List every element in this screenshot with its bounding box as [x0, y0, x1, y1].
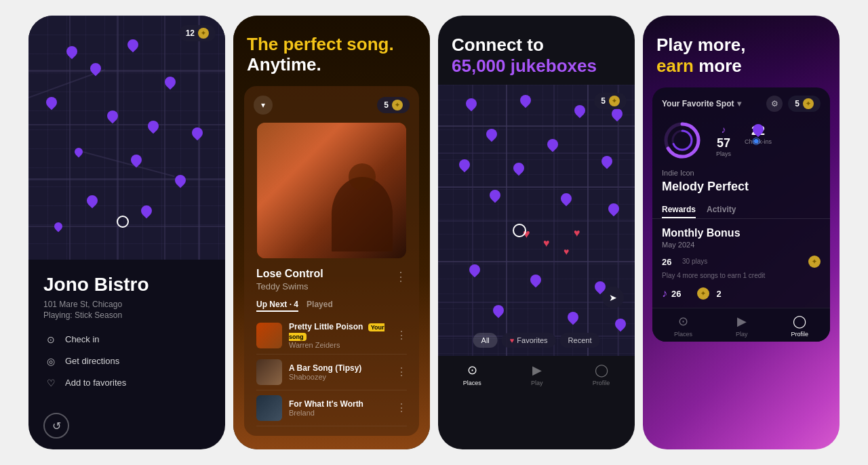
headline: Play more, earn more — [656, 35, 826, 77]
jukebox-pin[interactable] — [458, 159, 471, 174]
map-pin[interactable] — [147, 121, 159, 136]
rewards-tab[interactable]: Rewards — [662, 202, 696, 218]
map-pin[interactable] — [52, 222, 64, 237]
headline-earn: earn — [656, 56, 694, 76]
queue-item: For What It's Worth Breland ⋮ — [256, 390, 407, 426]
location-selector[interactable]: Your Favorite Spot ▾ — [662, 99, 741, 108]
jukebox-pin[interactable] — [608, 203, 620, 218]
favorite-pin[interactable]: ♥ — [543, 237, 550, 249]
card-bottom-nav: ⊙ Places ▶ Play ◯ Profile — [652, 308, 830, 342]
map-pin[interactable] — [66, 46, 78, 61]
nav-play[interactable]: ▶ Play — [531, 363, 543, 386]
map-view[interactable]: 12 ✦ — [28, 16, 225, 260]
jukebox-pin[interactable] — [614, 319, 627, 333]
up-next-tab[interactable]: Up Next · 4 — [256, 300, 298, 312]
played-tab[interactable]: Played — [307, 300, 333, 312]
current-location-pin — [117, 216, 129, 230]
queue-item-options[interactable]: ⋮ — [396, 401, 407, 414]
card-tabs: Rewards Activity — [652, 202, 830, 219]
checkins-stat: ◉ 22 Check-ins — [745, 124, 772, 157]
jukebox-pin[interactable] — [547, 139, 559, 154]
music-note-icon: ♪ — [722, 124, 726, 135]
map-pin[interactable] — [191, 127, 203, 142]
checkin-action[interactable]: ⊙ Check in — [43, 332, 210, 347]
map-pin[interactable] — [130, 155, 142, 169]
bonus-secondary-row: ♪ 26 ✦ 2 — [662, 287, 821, 300]
jukebox-pin[interactable] — [513, 163, 525, 178]
filter-all[interactable]: All — [473, 333, 498, 348]
favorite-pin[interactable]: ♥ — [574, 227, 580, 239]
jukebox-pin[interactable] — [519, 95, 532, 110]
map-badges: 5 ✦ — [594, 93, 627, 109]
queue-track-artist: Warren Zeiders — [289, 341, 389, 349]
credits-value: 5 — [601, 96, 606, 106]
nav-places[interactable]: ⊙ Places — [463, 363, 481, 386]
road — [438, 153, 635, 154]
map-pin[interactable] — [106, 110, 119, 125]
song-artist: Teddy Swims — [256, 281, 323, 291]
map-pin[interactable] — [90, 63, 102, 78]
jukebox-pin[interactable] — [560, 193, 572, 208]
plays-count: 57 — [717, 136, 730, 150]
screenshots-container: 12 ✦ Jono Bistro 101 Mare St, Chicago Pl… — [0, 0, 868, 465]
favorite-pin[interactable]: ♥ — [564, 246, 569, 257]
bonus-music-item: ♪ 26 — [662, 287, 681, 300]
queue-track-info: A Bar Song (Tipsy) Shaboozey — [289, 363, 389, 381]
jukebox-pin[interactable] — [530, 275, 542, 289]
credits-badge: 5 ✦ — [377, 97, 410, 113]
checkin-icon: ⊙ — [43, 332, 58, 347]
more-options-icon[interactable]: ⋮ — [395, 268, 407, 284]
refresh-button[interactable]: ↺ — [43, 413, 69, 439]
bonus-plays: 30 plays — [682, 258, 803, 265]
jukebox-pin[interactable] — [469, 264, 481, 279]
credits-badge: 5 ✦ — [594, 93, 627, 109]
road — [83, 151, 175, 177]
filter-recent[interactable]: Recent — [560, 333, 600, 348]
user-title: Melody Perfect — [652, 180, 830, 202]
headline: The perfect song. Anytime. — [247, 35, 416, 75]
nav-places[interactable]: ⊙ Places — [674, 314, 692, 338]
coin-icon: ✦ — [392, 100, 403, 110]
jukebox-pin[interactable] — [574, 105, 586, 120]
map-pin[interactable] — [86, 195, 98, 210]
jukebox-pin[interactable] — [601, 156, 613, 171]
location-pin-icon: ◉ — [752, 124, 764, 139]
jukebox-pin[interactable] — [567, 312, 579, 327]
queue-track-title: Pretty Little Poison Your song — [289, 322, 389, 341]
queue-track-info: Pretty Little Poison Your song Warren Ze… — [289, 322, 389, 349]
queue-track-title: A Bar Song (Tipsy) — [289, 363, 389, 373]
road — [164, 16, 165, 260]
favorites-action[interactable]: ♡ Add to favorites — [43, 376, 210, 390]
queue-track-artist: Shaboozey — [289, 373, 389, 381]
map-pin[interactable] — [140, 205, 153, 220]
map-pin[interactable] — [164, 77, 176, 92]
coin-icon: ✦ — [198, 28, 209, 39]
queue-item-options[interactable]: ⋮ — [396, 329, 407, 342]
settings-button[interactable]: ⚙ — [766, 96, 783, 112]
headline-line2: Anytime. — [247, 54, 321, 75]
jukebox-map[interactable]: ♥ ♥ ♥ ♥ 5 ✦ ➤ All — [438, 85, 635, 356]
road — [438, 186, 635, 188]
jukebox-pin[interactable] — [489, 190, 501, 205]
nav-play[interactable]: ▶ Play — [736, 314, 748, 338]
filter-favorites[interactable]: ♥ Favorites — [502, 333, 556, 348]
collapse-button[interactable]: ▾ — [254, 96, 273, 115]
user-rank: Indie Icon — [652, 169, 830, 180]
directions-action[interactable]: ◎ Get directions — [43, 354, 210, 369]
jukebox-pin[interactable] — [611, 108, 623, 123]
bonus-progress-row: 26 30 plays ✦ — [662, 256, 821, 268]
album-art-image — [257, 123, 406, 258]
nav-profile[interactable]: ◯ Profile — [593, 363, 610, 386]
jukebox-pin[interactable] — [465, 98, 477, 113]
queue-thumbnail — [256, 323, 282, 348]
nav-profile[interactable]: ◯ Profile — [791, 314, 808, 338]
activity-tab[interactable]: Activity — [707, 202, 736, 218]
map-pin[interactable] — [45, 97, 58, 112]
map-pin[interactable] — [127, 39, 139, 54]
map-pin[interactable] — [73, 148, 85, 163]
venue-playing: Playing: Stick Season — [43, 310, 210, 320]
jukebox-pin[interactable] — [492, 305, 505, 320]
queue-item-options[interactable]: ⋮ — [396, 365, 407, 378]
jukebox-pin[interactable] — [486, 129, 498, 144]
map-pin[interactable] — [174, 175, 186, 190]
